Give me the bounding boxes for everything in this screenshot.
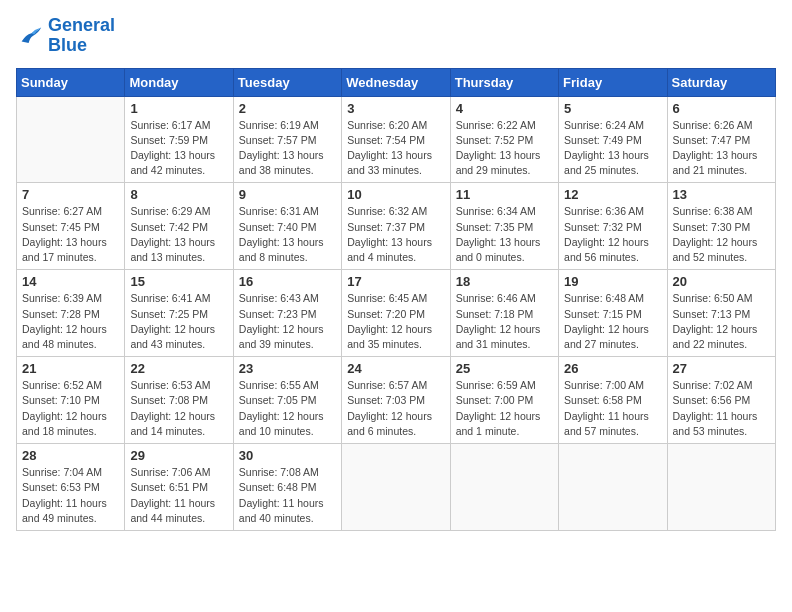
day-info: Sunrise: 7:00 AM Sunset: 6:58 PM Dayligh… [564, 378, 661, 439]
day-number: 15 [130, 274, 227, 289]
day-number: 21 [22, 361, 119, 376]
day-info: Sunrise: 6:32 AM Sunset: 7:37 PM Dayligh… [347, 204, 444, 265]
day-info: Sunrise: 6:59 AM Sunset: 7:00 PM Dayligh… [456, 378, 553, 439]
day-info: Sunrise: 6:20 AM Sunset: 7:54 PM Dayligh… [347, 118, 444, 179]
day-number: 22 [130, 361, 227, 376]
day-info: Sunrise: 7:08 AM Sunset: 6:48 PM Dayligh… [239, 465, 336, 526]
day-cell: 23Sunrise: 6:55 AM Sunset: 7:05 PM Dayli… [233, 357, 341, 444]
column-header-monday: Monday [125, 68, 233, 96]
week-row-3: 14Sunrise: 6:39 AM Sunset: 7:28 PM Dayli… [17, 270, 776, 357]
day-number: 19 [564, 274, 661, 289]
day-cell: 9Sunrise: 6:31 AM Sunset: 7:40 PM Daylig… [233, 183, 341, 270]
day-cell: 20Sunrise: 6:50 AM Sunset: 7:13 PM Dayli… [667, 270, 775, 357]
day-cell [17, 96, 125, 183]
day-info: Sunrise: 6:34 AM Sunset: 7:35 PM Dayligh… [456, 204, 553, 265]
day-number: 11 [456, 187, 553, 202]
day-cell: 12Sunrise: 6:36 AM Sunset: 7:32 PM Dayli… [559, 183, 667, 270]
day-cell [667, 444, 775, 531]
day-info: Sunrise: 6:46 AM Sunset: 7:18 PM Dayligh… [456, 291, 553, 352]
day-info: Sunrise: 6:39 AM Sunset: 7:28 PM Dayligh… [22, 291, 119, 352]
day-number: 17 [347, 274, 444, 289]
day-info: Sunrise: 6:55 AM Sunset: 7:05 PM Dayligh… [239, 378, 336, 439]
day-info: Sunrise: 6:29 AM Sunset: 7:42 PM Dayligh… [130, 204, 227, 265]
week-row-2: 7Sunrise: 6:27 AM Sunset: 7:45 PM Daylig… [17, 183, 776, 270]
day-number: 26 [564, 361, 661, 376]
day-info: Sunrise: 6:17 AM Sunset: 7:59 PM Dayligh… [130, 118, 227, 179]
day-cell: 11Sunrise: 6:34 AM Sunset: 7:35 PM Dayli… [450, 183, 558, 270]
day-number: 27 [673, 361, 770, 376]
day-cell: 14Sunrise: 6:39 AM Sunset: 7:28 PM Dayli… [17, 270, 125, 357]
day-info: Sunrise: 6:50 AM Sunset: 7:13 PM Dayligh… [673, 291, 770, 352]
day-number: 16 [239, 274, 336, 289]
day-cell: 7Sunrise: 6:27 AM Sunset: 7:45 PM Daylig… [17, 183, 125, 270]
day-cell: 17Sunrise: 6:45 AM Sunset: 7:20 PM Dayli… [342, 270, 450, 357]
day-number: 18 [456, 274, 553, 289]
day-cell: 10Sunrise: 6:32 AM Sunset: 7:37 PM Dayli… [342, 183, 450, 270]
day-cell: 27Sunrise: 7:02 AM Sunset: 6:56 PM Dayli… [667, 357, 775, 444]
day-cell [450, 444, 558, 531]
column-header-sunday: Sunday [17, 68, 125, 96]
day-number: 6 [673, 101, 770, 116]
day-info: Sunrise: 6:24 AM Sunset: 7:49 PM Dayligh… [564, 118, 661, 179]
day-cell: 3Sunrise: 6:20 AM Sunset: 7:54 PM Daylig… [342, 96, 450, 183]
day-cell: 21Sunrise: 6:52 AM Sunset: 7:10 PM Dayli… [17, 357, 125, 444]
day-info: Sunrise: 6:36 AM Sunset: 7:32 PM Dayligh… [564, 204, 661, 265]
day-cell: 18Sunrise: 6:46 AM Sunset: 7:18 PM Dayli… [450, 270, 558, 357]
day-cell: 16Sunrise: 6:43 AM Sunset: 7:23 PM Dayli… [233, 270, 341, 357]
week-row-1: 1Sunrise: 6:17 AM Sunset: 7:59 PM Daylig… [17, 96, 776, 183]
day-cell [342, 444, 450, 531]
day-cell: 25Sunrise: 6:59 AM Sunset: 7:00 PM Dayli… [450, 357, 558, 444]
calendar-table: SundayMondayTuesdayWednesdayThursdayFrid… [16, 68, 776, 531]
day-cell: 2Sunrise: 6:19 AM Sunset: 7:57 PM Daylig… [233, 96, 341, 183]
day-number: 23 [239, 361, 336, 376]
day-cell: 8Sunrise: 6:29 AM Sunset: 7:42 PM Daylig… [125, 183, 233, 270]
day-number: 28 [22, 448, 119, 463]
day-cell: 1Sunrise: 6:17 AM Sunset: 7:59 PM Daylig… [125, 96, 233, 183]
day-cell: 13Sunrise: 6:38 AM Sunset: 7:30 PM Dayli… [667, 183, 775, 270]
logo-text: General Blue [48, 16, 115, 56]
day-cell: 6Sunrise: 6:26 AM Sunset: 7:47 PM Daylig… [667, 96, 775, 183]
day-cell: 26Sunrise: 7:00 AM Sunset: 6:58 PM Dayli… [559, 357, 667, 444]
day-info: Sunrise: 7:06 AM Sunset: 6:51 PM Dayligh… [130, 465, 227, 526]
day-number: 25 [456, 361, 553, 376]
day-info: Sunrise: 6:52 AM Sunset: 7:10 PM Dayligh… [22, 378, 119, 439]
day-info: Sunrise: 6:45 AM Sunset: 7:20 PM Dayligh… [347, 291, 444, 352]
day-number: 10 [347, 187, 444, 202]
day-cell: 24Sunrise: 6:57 AM Sunset: 7:03 PM Dayli… [342, 357, 450, 444]
day-number: 24 [347, 361, 444, 376]
day-number: 14 [22, 274, 119, 289]
day-info: Sunrise: 6:57 AM Sunset: 7:03 PM Dayligh… [347, 378, 444, 439]
day-number: 4 [456, 101, 553, 116]
day-info: Sunrise: 7:02 AM Sunset: 6:56 PM Dayligh… [673, 378, 770, 439]
day-number: 20 [673, 274, 770, 289]
day-cell: 4Sunrise: 6:22 AM Sunset: 7:52 PM Daylig… [450, 96, 558, 183]
day-cell: 30Sunrise: 7:08 AM Sunset: 6:48 PM Dayli… [233, 444, 341, 531]
day-info: Sunrise: 6:22 AM Sunset: 7:52 PM Dayligh… [456, 118, 553, 179]
day-info: Sunrise: 6:48 AM Sunset: 7:15 PM Dayligh… [564, 291, 661, 352]
day-info: Sunrise: 6:19 AM Sunset: 7:57 PM Dayligh… [239, 118, 336, 179]
day-number: 7 [22, 187, 119, 202]
day-info: Sunrise: 6:31 AM Sunset: 7:40 PM Dayligh… [239, 204, 336, 265]
day-number: 13 [673, 187, 770, 202]
day-number: 5 [564, 101, 661, 116]
day-cell [559, 444, 667, 531]
column-header-saturday: Saturday [667, 68, 775, 96]
week-row-4: 21Sunrise: 6:52 AM Sunset: 7:10 PM Dayli… [17, 357, 776, 444]
day-cell: 22Sunrise: 6:53 AM Sunset: 7:08 PM Dayli… [125, 357, 233, 444]
day-info: Sunrise: 6:38 AM Sunset: 7:30 PM Dayligh… [673, 204, 770, 265]
day-cell: 5Sunrise: 6:24 AM Sunset: 7:49 PM Daylig… [559, 96, 667, 183]
logo-icon [16, 22, 44, 50]
page-header: General Blue [16, 16, 776, 56]
day-cell: 15Sunrise: 6:41 AM Sunset: 7:25 PM Dayli… [125, 270, 233, 357]
day-number: 12 [564, 187, 661, 202]
column-header-wednesday: Wednesday [342, 68, 450, 96]
day-number: 9 [239, 187, 336, 202]
column-header-tuesday: Tuesday [233, 68, 341, 96]
day-cell: 28Sunrise: 7:04 AM Sunset: 6:53 PM Dayli… [17, 444, 125, 531]
logo: General Blue [16, 16, 115, 56]
day-info: Sunrise: 6:27 AM Sunset: 7:45 PM Dayligh… [22, 204, 119, 265]
week-row-5: 28Sunrise: 7:04 AM Sunset: 6:53 PM Dayli… [17, 444, 776, 531]
day-number: 1 [130, 101, 227, 116]
calendar-header-row: SundayMondayTuesdayWednesdayThursdayFrid… [17, 68, 776, 96]
day-info: Sunrise: 6:43 AM Sunset: 7:23 PM Dayligh… [239, 291, 336, 352]
